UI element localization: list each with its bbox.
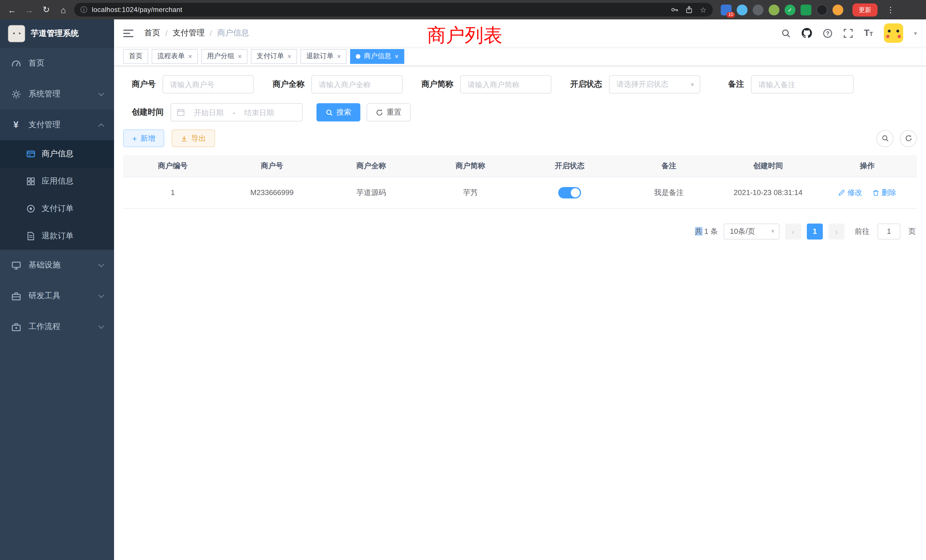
export-button[interactable]: 导出 xyxy=(172,129,215,147)
cell-merchant-id: 1 xyxy=(123,177,222,208)
close-icon[interactable]: × xyxy=(337,53,341,60)
status-select[interactable]: 请选择开启状态 ▾ xyxy=(609,75,700,94)
browser-back-icon[interactable]: ← xyxy=(6,5,18,15)
avatar-caret-icon[interactable]: ▾ xyxy=(914,30,917,36)
browser-forward-icon[interactable]: → xyxy=(23,5,35,15)
delete-link[interactable]: 删除 xyxy=(872,187,896,198)
ext-drop-icon[interactable] xyxy=(737,4,747,15)
close-icon[interactable]: × xyxy=(188,53,192,60)
remark-input[interactable] xyxy=(751,75,853,94)
ext-dark-icon[interactable] xyxy=(753,4,764,15)
edit-link-label: 修改 xyxy=(847,187,862,198)
bookmark-star-icon[interactable]: ☆ xyxy=(700,5,707,14)
sidebar-item-pay-order[interactable]: 支付订单 xyxy=(0,195,114,222)
tab-merchant-info[interactable]: 商户信息 × xyxy=(350,49,404,64)
ext-face-icon[interactable] xyxy=(832,4,843,15)
browser-home-icon[interactable]: ⌂ xyxy=(57,5,70,15)
cell-merchant-no: M233666999 xyxy=(222,177,322,208)
sidebar-item-refund-order[interactable]: 退款订单 xyxy=(0,222,114,250)
ext-avatar-icon[interactable] xyxy=(769,4,779,15)
site-info-icon[interactable]: ⓘ xyxy=(80,5,87,15)
app-logo[interactable]: 芋道管理系统 xyxy=(0,20,114,48)
close-icon[interactable]: × xyxy=(238,53,242,60)
sidebar-item-app-info[interactable]: 应用信息 xyxy=(0,168,114,195)
page-1-button[interactable]: 1 xyxy=(807,223,823,239)
toggle-search-button[interactable] xyxy=(876,130,894,147)
date-end-input[interactable] xyxy=(239,108,280,117)
col-remark: 备注 xyxy=(619,155,719,177)
refresh-button[interactable] xyxy=(900,130,917,147)
sidebar-item-infra[interactable]: 基础设施 xyxy=(0,250,114,281)
password-key-icon[interactable] xyxy=(671,6,679,14)
browser-reload-icon[interactable]: ↻ xyxy=(40,5,53,15)
url-bar[interactable]: ⓘ localhost:1024/pay/merchant ☆ xyxy=(74,3,713,17)
tab-label: 首页 xyxy=(129,51,142,61)
create-time-range-picker[interactable]: - xyxy=(171,103,303,121)
search-button[interactable]: 搜索 xyxy=(316,103,360,121)
breadcrumb-payment[interactable]: 支付管理 xyxy=(173,28,205,38)
font-size-icon[interactable]: TT xyxy=(864,29,873,38)
github-icon[interactable] xyxy=(802,28,812,38)
tags-view-bar: 首页 流程表单 × 用户分组 × 支付订单 × 退款订单 × xyxy=(114,47,926,66)
chrome-update-button[interactable]: 更新 xyxy=(852,3,878,16)
tab-home[interactable]: 首页 xyxy=(123,49,148,64)
yen-icon: ¥ xyxy=(11,120,21,130)
close-icon[interactable]: × xyxy=(395,53,399,60)
sidebar-item-label: 支付订单 xyxy=(42,204,74,214)
status-label: 开启状态 xyxy=(570,79,602,89)
sidebar-item-payment[interactable]: ¥ 支付管理 xyxy=(0,109,114,140)
page-content: 商户号 商户全称 商户简称 开启状态 xyxy=(114,66,926,560)
goto-page-input[interactable] xyxy=(878,223,900,239)
cell-full-name: 芋道源码 xyxy=(322,177,421,208)
prev-page-button[interactable]: ‹ xyxy=(785,223,801,239)
merchant-table: 商户编号 商户号 商户全称 商户简称 开启状态 备注 创建时间 操作 1 xyxy=(123,155,917,209)
close-icon[interactable]: × xyxy=(287,53,291,60)
breadcrumb: 首页 / 支付管理 / 商户信息 xyxy=(144,28,249,38)
help-icon[interactable]: ? xyxy=(823,28,832,38)
sidebar-item-merchant-info[interactable]: 商户信息 xyxy=(0,140,114,168)
ext-check-icon[interactable]: ✓ xyxy=(785,4,796,15)
question-glyph: ? xyxy=(823,30,832,36)
share-icon[interactable] xyxy=(685,6,693,14)
chevron-down-icon xyxy=(98,323,104,329)
date-start-input[interactable] xyxy=(188,108,229,117)
calendar-icon xyxy=(177,108,185,117)
tab-pay-order[interactable]: 支付订单 × xyxy=(251,49,297,64)
edit-link[interactable]: 修改 xyxy=(838,187,862,198)
sidebar-item-dev-tools[interactable]: 研发工具 xyxy=(0,281,114,311)
col-actions: 操作 xyxy=(818,155,917,177)
search-icon[interactable] xyxy=(781,28,791,38)
date-separator: - xyxy=(233,108,235,117)
monitor-icon xyxy=(11,260,21,270)
page-size-select[interactable]: 10条/页 ▾ xyxy=(723,223,779,239)
sidebar-item-workflow[interactable]: 工作流程 xyxy=(0,311,114,342)
add-button[interactable]: + 新增 xyxy=(123,129,164,147)
ext-pinwheel-icon[interactable] xyxy=(817,4,828,15)
sidebar-item-system[interactable]: 系统管理 xyxy=(0,79,114,109)
user-avatar[interactable] xyxy=(884,23,903,43)
browser-menu-icon[interactable]: ⋮ xyxy=(887,5,895,14)
col-short-name: 商户简称 xyxy=(421,155,520,177)
full-name-label: 商户全称 xyxy=(272,79,304,89)
ext-notes-icon[interactable] xyxy=(800,4,811,15)
tab-user-group[interactable]: 用户分组 × xyxy=(201,49,247,64)
fullscreen-icon[interactable] xyxy=(843,28,853,38)
extensions-puzzle-icon[interactable]: 10 xyxy=(721,4,732,15)
tab-refund-order[interactable]: 退款订单 × xyxy=(301,49,346,64)
pay-order-icon xyxy=(26,204,35,213)
chevron-down-icon xyxy=(98,90,104,96)
hamburger-icon[interactable] xyxy=(123,29,134,37)
next-page-button[interactable]: › xyxy=(829,223,844,239)
tab-process-form[interactable]: 流程表单 × xyxy=(152,49,198,64)
status-toggle[interactable] xyxy=(558,187,581,198)
gear-icon xyxy=(11,89,21,99)
reset-button[interactable]: 重置 xyxy=(367,103,410,121)
merchant-no-input[interactable] xyxy=(162,75,254,94)
delete-link-label: 删除 xyxy=(882,187,896,198)
full-name-input[interactable] xyxy=(311,75,402,94)
breadcrumb-home[interactable]: 首页 xyxy=(144,28,160,38)
sidebar-item-label: 系统管理 xyxy=(29,89,61,99)
short-name-input[interactable] xyxy=(460,75,551,94)
sidebar-item-home[interactable]: 首页 xyxy=(0,48,114,79)
total-count: 1 xyxy=(704,227,708,235)
